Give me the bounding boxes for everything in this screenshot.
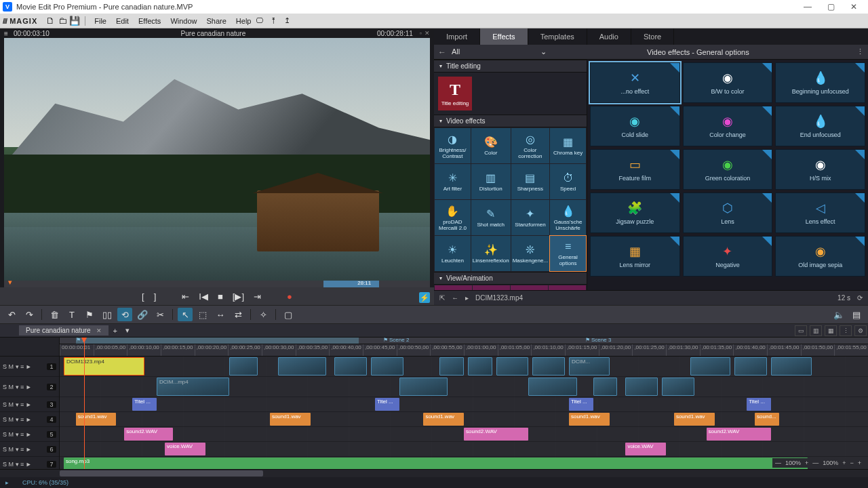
timeline-clip[interactable]: Titel ... — [569, 398, 593, 411]
effect-category-tile[interactable]: ≡Generaloptions — [550, 236, 586, 271]
marker-icon[interactable]: ⚑ — [82, 308, 97, 321]
view-mode-2[interactable]: ▥ — [810, 325, 822, 336]
timeline-clip[interactable] — [690, 357, 731, 375]
pin-icon[interactable]: ⇱ — [439, 294, 445, 302]
tab-templates[interactable]: Templates — [528, 28, 587, 45]
section-title-editing[interactable]: Title editing — [434, 60, 587, 73]
timeline-clip[interactable]: voice.WAV — [625, 443, 666, 455]
view-tile[interactable]: ◫ — [473, 285, 510, 290]
timeline-clip[interactable] — [496, 357, 529, 375]
timeline-clip[interactable] — [771, 357, 812, 375]
open-folder-icon[interactable]: 🗀 — [56, 16, 68, 26]
range-tool-icon[interactable]: ⬚ — [195, 308, 210, 321]
timeline-clip[interactable]: sound1.wav — [569, 413, 610, 426]
menu-window[interactable]: Window — [165, 17, 201, 25]
panel-menu-icon[interactable]: ⋮ — [856, 47, 864, 56]
effect-preset[interactable]: ◁Lens effect — [775, 192, 865, 233]
timeline-clip[interactable] — [625, 378, 658, 396]
track-header[interactable]: S M ▾ ≡ ►4 — [0, 412, 59, 427]
tab-import[interactable]: Import — [434, 28, 480, 45]
timeline-clip[interactable]: sound1.wav — [674, 413, 715, 426]
timeline-clip[interactable]: sound... — [755, 413, 779, 426]
view-mode-3[interactable]: ▦ — [825, 325, 837, 336]
tab-audio[interactable]: Audio — [587, 28, 631, 45]
track-header[interactable]: S M ▾ ≡ ►6 — [0, 442, 59, 457]
view-settings[interactable]: ⚙ — [854, 325, 867, 336]
track-header[interactable]: S M ▾ ≡ ►2 — [0, 377, 59, 397]
effect-preset[interactable]: ◉B/W to color — [683, 62, 773, 103]
track-header[interactable]: S M ▾ ≡ ►5 — [0, 427, 59, 442]
effect-preset[interactable]: ◉Cold slide — [590, 106, 680, 146]
effect-preset[interactable]: ▭Feature film — [590, 149, 680, 190]
timeline-clip[interactable] — [734, 357, 767, 375]
effect-category-tile[interactable]: ▥Distortion — [471, 164, 511, 199]
timeline-clip[interactable]: DCIM... — [569, 357, 610, 375]
menu-help[interactable]: Help — [231, 17, 256, 25]
monitor-icon[interactable]: 🖵 — [256, 16, 263, 25]
menu-share[interactable]: Share — [202, 17, 231, 25]
view-mode-menu[interactable]: ⋮ — [840, 325, 852, 336]
link-icon[interactable]: 🔗 — [135, 308, 150, 321]
effect-category-tile[interactable]: 💧Gauss'scheUnschärfe — [550, 200, 586, 235]
menu-edit[interactable]: Edit — [111, 17, 134, 25]
effect-category-tile[interactable]: ◑Brightness/Contrast — [435, 128, 471, 163]
view-tile[interactable]: ✦ — [549, 285, 586, 290]
timeline-clip[interactable] — [439, 357, 464, 375]
menu-effects[interactable]: Effects — [134, 17, 165, 25]
prev-frame-icon[interactable]: I◀ — [199, 291, 208, 302]
effect-preset[interactable]: 🧩Jigsaw puzzle — [590, 192, 680, 233]
timeline-clip[interactable] — [593, 378, 618, 396]
effect-preset[interactable]: ▦Lens mirror — [590, 236, 680, 277]
view-tile[interactable]: ⟳ — [511, 285, 548, 290]
stretch-tool-icon[interactable]: ↔ — [213, 308, 228, 321]
effect-category-tile[interactable]: ✨Linsenreflexion — [471, 236, 511, 271]
mute-icon[interactable]: 🔈 — [831, 308, 846, 321]
track-header[interactable]: S M ▾ ≡ ►1 — [0, 357, 59, 377]
export-icon[interactable]: ⭱ — [270, 16, 277, 25]
timeline-clip[interactable]: song.mp3 — [64, 458, 808, 469]
goto-start-icon[interactable]: ⇤ — [182, 291, 189, 302]
timeline-clip[interactable]: DCIM1323.mp4 — [64, 357, 144, 375]
effect-category-tile[interactable]: ✦Stanzformen — [511, 200, 549, 235]
mixer-icon[interactable]: ▤ — [849, 308, 864, 321]
mark-out-icon[interactable]: ] — [154, 291, 157, 302]
timeline-clip[interactable]: Titel ... — [132, 398, 157, 411]
effect-category-tile[interactable]: 🎨Color — [471, 128, 511, 163]
timeline-clip[interactable]: sound2.WAV — [464, 428, 528, 441]
title-editing-tile[interactable]: TTitle editing — [438, 77, 472, 110]
zoom-controls[interactable]: —100%+ —100%+ −+ — [772, 458, 864, 468]
record-icon[interactable]: ● — [287, 291, 292, 302]
view-tile[interactable]: ⤢ — [435, 285, 472, 290]
timeline-clip[interactable]: sound2.WAV — [707, 428, 771, 441]
menu-file[interactable]: File — [90, 17, 111, 25]
timeline-clip[interactable] — [528, 378, 577, 396]
timeline-clip[interactable] — [371, 357, 403, 375]
play-icon[interactable]: [▶] — [233, 291, 244, 302]
timeline-clip[interactable] — [532, 357, 565, 375]
effect-preset[interactable]: ◉Old image sepia — [775, 236, 865, 277]
section-video-effects[interactable]: Video effects — [434, 115, 587, 127]
scissors-icon[interactable]: ✂ — [153, 308, 167, 321]
maximize-button[interactable]: ▢ — [819, 2, 842, 12]
effect-category-tile[interactable]: ⏱Speed — [550, 164, 586, 199]
timeline-clip[interactable]: sound1.wav — [423, 413, 464, 426]
timeline-clip[interactable] — [399, 378, 448, 396]
minimize-button[interactable]: — — [796, 2, 819, 12]
effect-preset[interactable]: ◉H/S mix — [775, 149, 865, 190]
back-icon[interactable]: ← — [438, 47, 446, 57]
effect-category-tile[interactable]: ▦Chroma key — [550, 128, 586, 163]
timeline-clip[interactable] — [334, 357, 367, 375]
group-icon[interactable]: ▯▯ — [100, 308, 115, 321]
effect-preset[interactable]: ◉Green coloration — [683, 149, 773, 190]
category-dropdown[interactable]: All⌄ — [452, 47, 547, 56]
save-icon[interactable]: 💾 — [68, 16, 81, 26]
timeline-scrollbar[interactable] — [0, 469, 868, 477]
effect-category-tile[interactable]: ❊Maskengene... — [511, 236, 549, 271]
tab-store[interactable]: Store — [631, 28, 674, 45]
view-mode-1[interactable]: ▭ — [795, 325, 807, 336]
timeline-clip[interactable] — [662, 378, 694, 396]
fx-tool-icon[interactable]: ✧ — [256, 308, 271, 321]
effect-preset[interactable]: 💧Beginning unfocused — [775, 62, 865, 103]
stop-icon[interactable]: ■ — [218, 291, 223, 302]
title-tool-icon[interactable]: T — [64, 308, 79, 321]
